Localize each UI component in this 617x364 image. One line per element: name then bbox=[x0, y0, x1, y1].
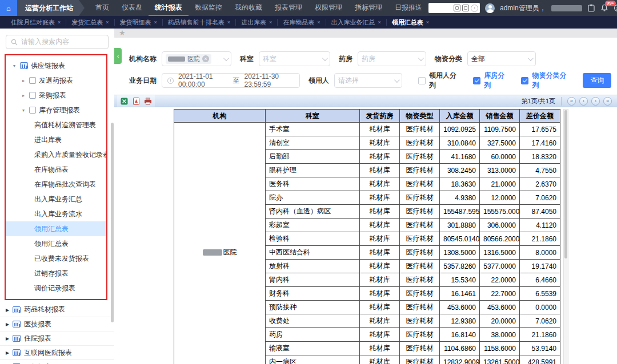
next-page-button[interactable]: › bbox=[591, 97, 600, 106]
report-tab[interactable]: 住院月结对账表 × bbox=[6, 19, 66, 26]
sidebar-report-item[interactable]: 出入库业务流水 bbox=[6, 207, 106, 221]
sidebar-report-item[interactable]: 出入库业务汇总 bbox=[6, 192, 106, 207]
report-tab[interactable]: 领用汇总表 × bbox=[387, 19, 434, 26]
sidebar-report-item[interactable]: 进出库表 bbox=[6, 132, 106, 147]
sidebar-sub-group[interactable]: ▸ 发退药报表 bbox=[6, 73, 106, 88]
sidebar-collapse-button[interactable]: ‹ bbox=[114, 48, 122, 64]
tab-close-icon[interactable]: × bbox=[154, 19, 157, 26]
user-avatar[interactable] bbox=[485, 3, 495, 13]
menu-item[interactable]: 指标管理 bbox=[348, 0, 388, 16]
sidebar-sub-group[interactable]: ▸ 采购报表 bbox=[6, 88, 106, 103]
sidebar-report-item[interactable]: 在库物品表 bbox=[6, 162, 106, 177]
sidebar-group[interactable]: ▸ 住院报表 bbox=[0, 331, 114, 345]
menu-item[interactable]: 仪表盘 bbox=[115, 0, 149, 16]
report-tab[interactable]: 在库物品表 × bbox=[278, 19, 326, 26]
menu-item[interactable]: 报表管理 bbox=[269, 0, 308, 16]
notifications-bell-icon[interactable]: 99+ bbox=[600, 4, 608, 12]
sidebar-report-item[interactable]: 调价记录报表 bbox=[6, 281, 106, 296]
caret-right-icon[interactable]: ▸ bbox=[6, 349, 9, 357]
sidebar-group[interactable]: ▸ 互联网医院报表 bbox=[0, 345, 114, 359]
tab-close-icon[interactable]: × bbox=[58, 19, 61, 26]
date-range-input[interactable]: 2021-11-01 00:00:00 至 2021-11-30 23:59:5… bbox=[162, 73, 300, 88]
report-tab[interactable]: 发货汇总表 × bbox=[66, 19, 114, 26]
sidebar-group[interactable]: ▸ 医保报表 bbox=[0, 359, 114, 364]
tab-close-icon[interactable]: × bbox=[426, 19, 429, 26]
report-tab[interactable]: 出入库业务汇总 × bbox=[326, 19, 387, 26]
table-cell: 预防接种 bbox=[266, 301, 360, 314]
checkbox-item[interactable]: 库房分列 bbox=[473, 71, 511, 90]
dept-select[interactable]: 科室 bbox=[259, 51, 330, 66]
feedback-smiley-icon[interactable] bbox=[614, 4, 617, 12]
org-select[interactable]: 医院 × bbox=[162, 51, 231, 66]
menu-item[interactable]: 首页 bbox=[89, 0, 115, 16]
requester-select[interactable]: 请选择 bbox=[334, 73, 402, 88]
tag-close-icon[interactable]: × bbox=[202, 55, 209, 62]
menu-item[interactable]: 数据监控 bbox=[189, 0, 229, 16]
tab-close-icon[interactable]: × bbox=[106, 19, 109, 26]
table-cell: 155487.5950 bbox=[440, 205, 480, 219]
tab-close-icon[interactable]: × bbox=[317, 19, 320, 26]
caret-right-icon[interactable]: ▸ bbox=[6, 306, 9, 314]
home-icon[interactable]: ⌂ bbox=[0, 0, 17, 16]
menu-item-label: 统计报表 bbox=[155, 3, 182, 13]
tab-close-icon[interactable]: × bbox=[378, 19, 381, 26]
checkbox[interactable] bbox=[473, 77, 480, 84]
menu-item[interactable]: 日报推送 bbox=[388, 0, 428, 16]
sidebar-report-item[interactable]: 高值耗材追溯管理表 bbox=[6, 118, 106, 132]
sidebar-report-item[interactable]: 采购入库质量验收记录表 bbox=[6, 147, 106, 162]
caret-icon[interactable]: ▸ bbox=[21, 93, 26, 98]
print-icon[interactable] bbox=[143, 96, 153, 106]
report-tab[interactable]: 进出库表 × bbox=[236, 19, 278, 26]
sidebar-report-item[interactable]: 领用汇总表 bbox=[6, 236, 106, 251]
search-go-icon[interactable]: › bbox=[471, 5, 478, 12]
caret-icon[interactable]: ▸ bbox=[21, 78, 26, 83]
sidebar-sub-group[interactable]: ▾ 库存管理报表 bbox=[6, 103, 106, 118]
sidebar-search-input[interactable]: 请输入搜索内容 bbox=[6, 35, 109, 49]
table-row: 医院手术室耗材库医疗耗材1092.09251109.750017.6575 bbox=[174, 123, 560, 136]
sidebar-group[interactable]: ▸ 药品耗材报表 bbox=[0, 302, 114, 317]
query-button[interactable]: 查询 bbox=[583, 73, 611, 88]
category-select[interactable]: 全部 bbox=[467, 51, 536, 66]
scan-icon[interactable] bbox=[454, 5, 460, 11]
sidebar-group-supply-chain[interactable]: ▾ 供应链报表 bbox=[6, 58, 106, 73]
report-tab[interactable]: 发货明细表 × bbox=[115, 19, 163, 26]
checkbox-item[interactable]: 物资分类分列 bbox=[521, 71, 572, 90]
caret-right-icon[interactable]: ▸ bbox=[6, 334, 9, 342]
pharmacy-select[interactable]: 药房 bbox=[358, 51, 426, 66]
report-tab[interactable]: 药品销售前十排名表 × bbox=[163, 19, 236, 26]
tab-close-icon[interactable]: × bbox=[269, 19, 272, 26]
export-pdf-icon[interactable] bbox=[131, 96, 141, 106]
report-folder-icon bbox=[13, 349, 21, 356]
table-cell: 313.0000 bbox=[480, 164, 520, 177]
caret-right-icon[interactable]: ▸ bbox=[6, 320, 9, 328]
export-excel-icon[interactable] bbox=[119, 96, 129, 106]
menu-item[interactable]: 我的收藏 bbox=[229, 0, 269, 16]
clipboard-icon[interactable] bbox=[587, 4, 595, 12]
first-page-button[interactable]: « bbox=[567, 97, 576, 106]
menu-item[interactable]: 权限管理 bbox=[308, 0, 348, 16]
sidebar-report-item[interactable]: 在库物品批次查询表 bbox=[6, 177, 106, 192]
table-cell: 耗材库 bbox=[360, 219, 400, 232]
sidebar-report-item[interactable]: 已收费未发货报表 bbox=[6, 251, 106, 266]
tab-close-icon[interactable]: × bbox=[227, 19, 230, 26]
checkbox-item[interactable]: 领用人分列 bbox=[418, 71, 463, 90]
last-page-button[interactable]: » bbox=[603, 97, 612, 106]
sidebar-report-item[interactable]: 进销存报表 bbox=[6, 266, 106, 281]
caret-icon[interactable]: ▾ bbox=[21, 108, 26, 113]
checkbox[interactable] bbox=[418, 77, 426, 84]
favorite-star-icon[interactable]: ★ bbox=[119, 29, 126, 37]
sidebar-report-item[interactable]: 领用汇总表 bbox=[6, 221, 106, 236]
table-cell: 后勤部 bbox=[266, 150, 360, 164]
caret-down-icon[interactable]: ▾ bbox=[11, 63, 17, 68]
sidebar-group[interactable]: ▸ 医技报表 bbox=[0, 317, 114, 331]
capture-icon[interactable] bbox=[462, 5, 469, 11]
sidebar-scrollbar[interactable] bbox=[111, 123, 114, 322]
global-search-input[interactable]: › bbox=[428, 3, 480, 13]
table-scrollbar[interactable] bbox=[563, 109, 568, 364]
table-cell: 医疗耗材 bbox=[400, 219, 440, 232]
table-cell: 耗材库 bbox=[360, 273, 400, 287]
menu-item[interactable]: 统计报表 bbox=[149, 0, 189, 16]
checkbox[interactable] bbox=[521, 77, 528, 84]
table-scrollbar-thumb[interactable] bbox=[564, 110, 567, 258]
prev-page-button[interactable]: ‹ bbox=[579, 97, 588, 106]
